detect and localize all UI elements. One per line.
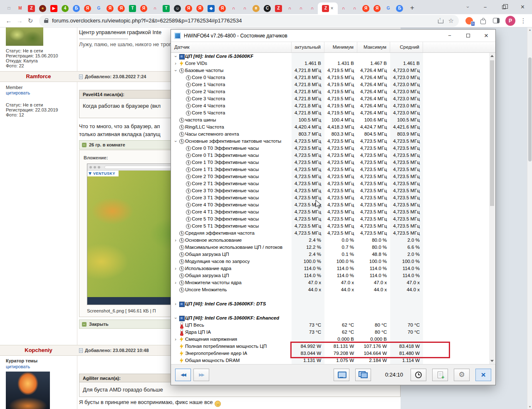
sensor-row[interactable]: ›Основные эффективные тактовые частоты4,… [171,138,490,145]
collapse-arrow-icon[interactable]: › [172,139,179,144]
expand-arrow-icon[interactable]: › [173,336,178,343]
new-tab-button[interactable]: + [407,2,418,13]
sensor-section-row[interactable]: ›ЦП [#0]: Intel Core i5-10600KF: DTS [171,300,490,307]
column-header-min[interactable]: Минимум [324,42,357,52]
scroll-down-arrow[interactable] [490,360,494,362]
browser-tab[interactable]: G [383,2,394,14]
clock-button[interactable] [411,369,426,381]
quote-link[interactable]: цитировать [6,90,30,95]
browser-tab[interactable]: Z [26,2,37,14]
sensor-row[interactable]: Общая загрузка ЦП114.0 %114.0 %114.0 %11… [171,272,490,279]
sensor-row[interactable]: Uncore Множитель44.0 x44.0 x44.0 x44.0 x [171,286,490,293]
window-restore-button[interactable] [495,0,513,14]
minimize-button[interactable]: − [440,30,459,42]
sensor-row[interactable]: Core 4 Частота4,721.8 МГц4,719.5 МГц4,72… [171,102,490,109]
browser-tab[interactable]: M [15,2,26,14]
sensor-row[interactable]: Core 1 T0 Эффективные часы4,723.5 МГц4,7… [171,159,490,166]
main-window-button[interactable] [334,369,349,381]
column-header-max[interactable]: Максимум [357,42,390,52]
browser-tab[interactable]: Я [217,2,228,14]
quote-link[interactable]: цитировать [6,364,30,369]
sensor-row[interactable]: Ring/LLC Частота4,420.4 МГц4,418.3 МГц4,… [171,124,490,131]
sensor-row[interactable]: Core 5 T1 Эффективные часы4,723.5 МГц4,7… [171,223,490,230]
back-button[interactable]: ← [3,15,14,26]
collapse-arrow-icon[interactable]: › [172,54,179,59]
tab-close-icon[interactable]: × [330,5,333,11]
column-header-current[interactable]: актуальный [292,42,324,52]
browser-tab[interactable]: Т [127,2,138,14]
sensor-row[interactable]: Core 2 Частота4,721.8 МГц4,719.5 МГц4,72… [171,88,490,95]
browser-tab[interactable]: Я [82,2,93,14]
sensor-row[interactable]: ЦП Весь73 °C62 °C80 °C70 °C [171,322,490,329]
sensor-row[interactable]: ›Множители частоты ядра47.0 x47.0 x47.0 … [171,279,490,286]
expand-arrow-icon[interactable]: › [173,60,178,67]
expand-arrow-icon[interactable]: › [173,279,178,286]
share-icon[interactable] [438,17,443,24]
maximize-button[interactable] [459,30,477,42]
sensor-row[interactable]: Core 4 T1 Эффективные часы4,723.5 МГц4,7… [171,208,490,216]
scroll-up-arrow[interactable]: ▲ [528,28,532,31]
browser-tab[interactable]: C [262,2,273,14]
column-header-sensor[interactable]: Датчик [171,42,292,52]
menu-icon[interactable]: ⋮ [518,15,529,26]
browser-tab[interactable]: Я [371,2,383,14]
sensor-row[interactable]: ›Смещения напряжения0.000 В0.000 В [171,336,490,343]
browser-tab[interactable]: Я [194,2,205,14]
sensor-section-row[interactable]: ›ЦП [#0]: Intel Core i5-10600KF: Enhance… [171,315,490,322]
browser-tab[interactable]: ▶ [48,2,59,14]
expand-arrow-icon[interactable]: › [173,300,178,307]
browser-tab[interactable]: ☺ [172,2,183,14]
browser-tab[interactable]: ∩ [338,2,349,14]
hwinfo-titlebar[interactable]: HWiNFO64 v7.26-4800 - Состояние датчиков… [171,30,495,42]
sensor-section-row[interactable]: ›ЦП [#0]: Intel Core i5-10600KF [171,53,490,60]
adblock-extension-icon[interactable]: 5 [465,17,473,25]
sensor-row[interactable]: Core 0 Частота4,721.8 МГц4,719.5 МГц4,72… [171,74,490,81]
username-link[interactable]: Kopcheniy [0,345,77,355]
browser-tab[interactable]: G [93,2,104,14]
scroll-down-arrow[interactable]: ▼ [528,405,532,408]
browser-tab[interactable]: □ [3,2,15,14]
browser-tab[interactable]: ● [37,2,48,14]
sensor-row[interactable]: Core 1 T1 Эффективные часы4,723.5 МГц4,7… [171,166,490,173]
browser-tab[interactable]: ¤ [250,2,262,14]
browser-tab[interactable]: Б [71,2,82,14]
window-minimize-button[interactable]: − [476,0,495,14]
sensor-row[interactable]: Core 5 Частота4,721.8 МГц4,719.5 МГц4,72… [171,109,490,117]
sensor-row[interactable]: ›Использование ядра114.0 %114.0 %114.0 %… [171,265,490,272]
report-button[interactable] [432,369,448,381]
sensor-row[interactable]: Средняя эффективная частота4,723.5 МГц4,… [171,230,490,237]
browser-tab[interactable]: ∩ [239,2,250,14]
sensor-row[interactable]: Часы системного агента803.7 МГц803.3 МГц… [171,131,490,138]
bookmark-star-icon[interactable]: ☆ [448,17,454,25]
reload-button[interactable]: ↻ [25,15,36,26]
side-panel-icon[interactable] [493,18,500,23]
sensor-row[interactable]: частота шины100.5 МГц100.4 МГц100.6 МГц1… [171,117,490,124]
sensor-row[interactable]: Core 4 T0 Эффективные часы4,723.5 МГц4,7… [171,201,490,208]
settings-button[interactable]: ⚙ [454,369,470,381]
close-button[interactable]: × [477,30,495,42]
browser-tab[interactable]: Я [360,2,371,14]
browser-tab[interactable]: Я [138,2,149,14]
browser-tab-active[interactable]: Z× [318,2,338,14]
browser-tab[interactable]: ◆ [205,2,217,14]
username-link[interactable]: Ramforce [0,72,77,82]
browser-tab[interactable]: Т [161,2,172,14]
sensor-row[interactable]: Core 2 T1 Эффективные часы4,723.5 МГц4,7… [171,180,490,187]
sensor-scrollbar[interactable] [489,53,495,364]
sensor-row[interactable]: Core 5 T0 Эффективные часы4,723.5 МГц4,7… [171,216,490,223]
sensor-row[interactable]: Общая мощность DRAM1.131 W1.075 W2.184 W… [171,357,490,364]
browser-tab[interactable]: Я [104,2,116,14]
sensor-row[interactable]: Core 3 T0 Эффективные часы4,723.5 МГц4,7… [171,187,490,194]
sensor-row[interactable]: Энергопотребление ядер IA83.044 W79.208 … [171,350,490,357]
sensor-row[interactable]: ›Базовые частоты4,721.8 МГц4,719.5 МГц4,… [171,67,490,74]
sensor-row[interactable]: Ядра ЦП IA73 °C62 °C80 °C70 °C [171,329,490,336]
browser-tab[interactable]: ∩ [307,2,318,14]
page-scrollbar[interactable]: ▲ ▼ [527,27,532,409]
sensor-row[interactable]: Core 2 T0 Эффективные часы4,723.5 МГц4,7… [171,173,490,180]
sensor-row[interactable]: Core 0 T0 Эффективные часы4,723.5 МГц4,7… [171,145,490,152]
browser-tab[interactable]: ∩ [284,2,295,14]
address-bar[interactable]: forums.overclockers.ru/viewtopic.php?f=2… [39,15,459,27]
browser-tab[interactable]: ∩ [295,2,307,14]
sensor-row[interactable]: Модуляция часов по запросу100.0 %100.0 %… [171,258,490,265]
sensors-back-button[interactable]: ◀◀ [175,369,191,381]
